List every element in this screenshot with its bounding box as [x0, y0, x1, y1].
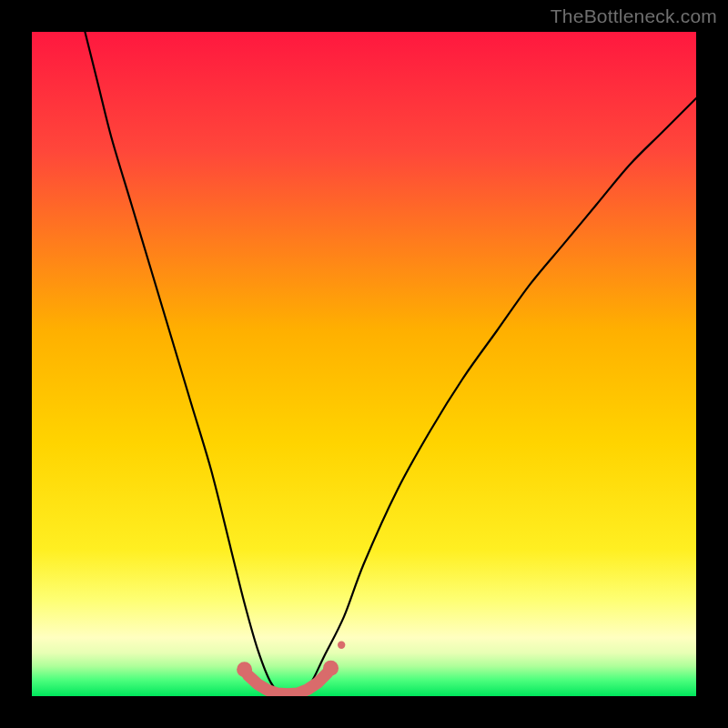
- range-marker-dot: [323, 661, 339, 676]
- range-marker-dot: [237, 662, 252, 677]
- watermark-text: TheBottleneck.com: [551, 5, 717, 27]
- outer-frame: TheBottleneck.com: [0, 0, 728, 728]
- bottleneck-chart: [32, 32, 696, 696]
- range-marker-dot: [338, 642, 345, 649]
- plot-area: [32, 32, 696, 696]
- gradient-background: [32, 32, 696, 696]
